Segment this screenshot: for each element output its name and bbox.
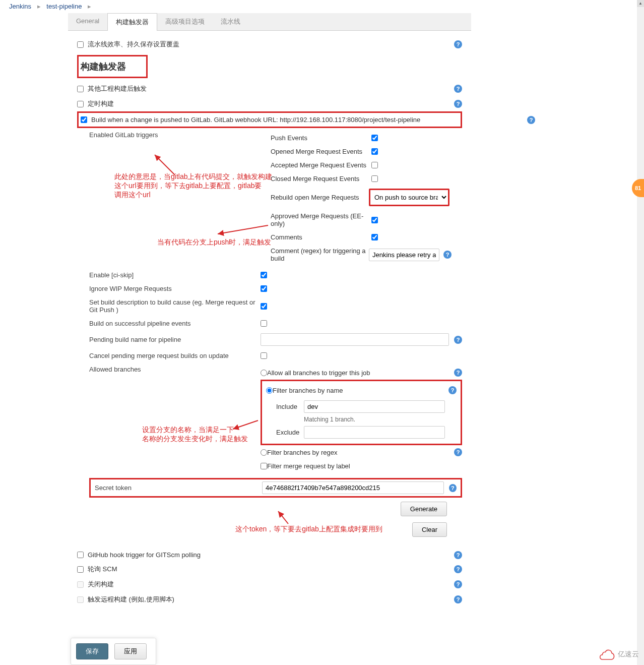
cancel-pending-label: Cancel pending merge request builds on u…	[89, 352, 261, 359]
help-icon[interactable]: ?	[454, 369, 462, 377]
pending-name-input[interactable]	[261, 333, 449, 346]
annotation-1: 此处的意思是，当gitlab上有代码提交，就触发构建 这个url要用到，等下去g…	[114, 172, 276, 200]
approved-mr-checkbox[interactable]	[371, 217, 378, 223]
include-label: Include	[276, 403, 304, 410]
secret-token-input[interactable]	[262, 481, 444, 494]
tab-advanced[interactable]: 高级项目选项	[157, 13, 213, 30]
persist-checkbox[interactable]	[77, 41, 84, 48]
closed-mr-checkbox[interactable]	[371, 175, 378, 182]
build-desc-checkbox[interactable]	[261, 303, 267, 310]
filter-label-checkbox[interactable]	[261, 463, 267, 469]
cancel-pending-checkbox[interactable]	[261, 352, 267, 359]
help-icon[interactable]: ?	[454, 40, 462, 48]
build-desc-label: Set build description to build cause (eg…	[89, 298, 261, 314]
enabled-triggers-label: Enabled GitLab triggers	[89, 131, 271, 139]
breadcrumb-root[interactable]: Jenkins	[9, 3, 31, 10]
gitlab-checkbox[interactable]	[81, 116, 87, 123]
approved-mr-label: Approved Merge Requests (EE-only)	[271, 212, 371, 227]
other-proj-checkbox[interactable]	[77, 86, 84, 92]
timed-label: 定时构建	[88, 99, 114, 108]
generate-button[interactable]: Generate	[401, 502, 447, 516]
comment-regex-label: Comment (regex) for triggering a build	[271, 247, 369, 262]
rebuild-mr-label: Rebuild open Merge Requests	[271, 194, 369, 201]
gitlab-config-block: Enabled GitLab triggers Push Events Open…	[89, 128, 462, 539]
comment-regex-input[interactable]	[369, 249, 439, 261]
remote-trigger-label: 触发远程构建 (例如,使用脚本)	[88, 595, 174, 604]
help-icon[interactable]: ?	[443, 251, 452, 259]
filter-regex-radio[interactable]	[261, 449, 267, 456]
help-icon[interactable]: ?	[454, 595, 462, 603]
poll-scm-checkbox[interactable]	[77, 566, 84, 573]
exclude-label: Exclude	[276, 429, 304, 436]
help-icon[interactable]: ?	[449, 484, 457, 492]
remote-trigger-checkbox	[77, 596, 84, 603]
filter-label-label: Filter merge request by label	[267, 462, 350, 470]
ciskip-label: Enable [ci-skip]	[89, 271, 261, 279]
ciskip-checkbox[interactable]	[261, 272, 267, 278]
help-icon[interactable]: ?	[454, 580, 462, 588]
pending-name-label: Pending build name for pipeline	[89, 336, 261, 343]
allowed-branches-label: Allowed branches	[89, 366, 261, 373]
closed-mr-label: Closed Merge Request Events	[271, 175, 371, 183]
help-icon[interactable]: ?	[454, 100, 462, 108]
filter-name-block: Filter branches by name ? Include Matchi…	[261, 380, 462, 445]
tab-pipeline[interactable]: 流水线	[213, 13, 248, 30]
filter-name-label: Filter branches by name	[273, 387, 343, 394]
github-hook-checkbox[interactable]	[77, 552, 84, 558]
chevron-right-icon: ▸	[37, 3, 41, 10]
matching-text: Matching 1 branch.	[266, 416, 457, 423]
accepted-mr-label: Accepted Merge Request Events	[271, 161, 371, 169]
accepted-mr-checkbox[interactable]	[371, 162, 378, 168]
ignore-wip-label: Ignore WIP Merge Requests	[89, 285, 261, 292]
push-events-checkbox[interactable]	[371, 135, 378, 141]
filter-regex-label: Filter branches by regex	[267, 449, 337, 456]
timed-checkbox[interactable]	[77, 101, 84, 107]
scroll-up-icon[interactable]: ▲	[637, 0, 644, 7]
chevron-right-icon: ▸	[88, 3, 91, 10]
help-icon[interactable]: ?	[454, 85, 462, 93]
comments-label: Comments	[271, 233, 371, 241]
help-icon[interactable]: ?	[454, 551, 462, 559]
github-hook-label: GitHub hook trigger for GITScm polling	[88, 551, 201, 559]
annotation-2: 当有代码在分支上push时，满足触发	[157, 238, 271, 247]
opt-gitlab-trigger: Build when a change is pushed to GitLab.…	[77, 111, 462, 128]
annotation-3: 设置分支的名称，当满足一下 名称的分支发生变化时，满足触发	[142, 426, 248, 444]
opt-other-projects: 其他工程构建后触发 ?	[77, 81, 462, 96]
push-events-label: Push Events	[271, 134, 371, 142]
secret-token-row: Secret token ?	[89, 478, 462, 498]
help-icon[interactable]: ?	[454, 565, 462, 573]
opt-pipeline-persist: 流水线效率、持久保存设置覆盖 ?	[77, 37, 462, 52]
disable-build-checkbox	[77, 581, 84, 588]
poll-scm-label: 轮询 SCM	[88, 565, 117, 574]
build-success-label: Build on successful pipeline events	[89, 320, 261, 327]
help-icon[interactable]: ?	[448, 386, 457, 394]
opt-github-hook: GitHub hook trigger for GITScm polling ?	[77, 548, 462, 562]
breadcrumb: Jenkins ▸ test-pipeline ▸	[0, 0, 644, 13]
opt-remote-trigger: 触发远程构建 (例如,使用脚本) ?	[77, 592, 462, 607]
help-icon[interactable]: ?	[454, 448, 462, 456]
persist-label: 流水线效率、持久保存设置覆盖	[88, 40, 179, 49]
opened-mr-checkbox[interactable]	[371, 148, 378, 155]
rebuild-mr-select[interactable]: On push to source bra	[369, 189, 449, 206]
opt-poll-scm: 轮询 SCM ?	[77, 562, 462, 577]
include-input[interactable]	[304, 400, 445, 413]
ignore-wip-checkbox[interactable]	[261, 285, 267, 292]
allow-all-label: Allow all branches to trigger this job	[267, 369, 370, 377]
build-success-checkbox[interactable]	[261, 320, 267, 327]
annotation-4: 这个token，等下要去gitlab上配置集成时要用到	[235, 525, 382, 534]
exclude-input[interactable]	[304, 426, 445, 439]
section-build-triggers: 构建触发器	[77, 55, 148, 78]
allow-all-radio[interactable]	[261, 370, 267, 376]
tabs-bar: General 构建触发器 高级项目选项 流水线	[68, 13, 471, 31]
breadcrumb-item[interactable]: test-pipeline	[46, 3, 82, 10]
main-config-panel: General 构建触发器 高级项目选项 流水线 流水线效率、持久保存设置覆盖 …	[68, 13, 471, 613]
comments-checkbox[interactable]	[371, 234, 378, 240]
help-icon[interactable]: ?	[454, 336, 462, 344]
filter-name-radio[interactable]	[266, 387, 273, 394]
tab-build-triggers[interactable]: 构建触发器	[107, 13, 157, 31]
scrollbar[interactable]: ▲	[637, 0, 644, 613]
tab-general[interactable]: General	[68, 13, 107, 30]
help-icon[interactable]: ?	[527, 116, 535, 124]
opt-disable-build: 关闭构建 ?	[77, 577, 462, 592]
clear-button[interactable]: Clear	[412, 522, 447, 537]
